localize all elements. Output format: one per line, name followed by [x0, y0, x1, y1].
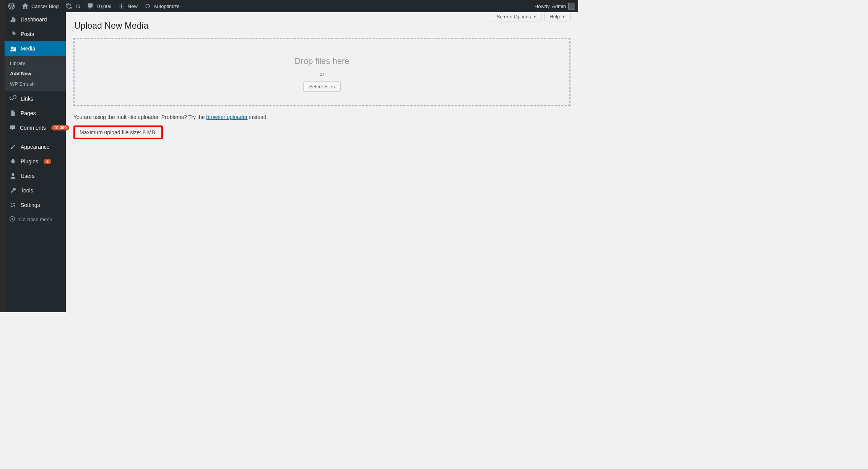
- menu-plugins-label: Plugins: [21, 158, 38, 164]
- home-icon: [21, 2, 29, 10]
- menu-tools[interactable]: Tools: [5, 183, 66, 198]
- menu-media-label: Media: [21, 46, 35, 52]
- max-upload-text: Maximum upload file size: 8 MB.: [80, 129, 157, 135]
- select-files-button[interactable]: Select Files: [303, 81, 340, 92]
- media-icon: [9, 45, 17, 52]
- updates-link[interactable]: 10: [62, 0, 83, 12]
- brush-icon: [9, 143, 17, 151]
- menu-comments-label: Comments: [20, 125, 46, 131]
- link-icon: [9, 95, 17, 103]
- page-icon: [9, 109, 17, 117]
- wrench-icon: [9, 187, 17, 194]
- menu-settings[interactable]: Settings: [5, 198, 66, 212]
- uploader-notice-b: instead.: [248, 114, 268, 120]
- menu-comments[interactable]: Comments 10,009: [5, 121, 66, 135]
- collapse-menu[interactable]: Collapse menu: [5, 212, 66, 226]
- dashboard-icon: [9, 16, 17, 23]
- menu-appearance[interactable]: Appearance: [5, 140, 66, 154]
- menu-appearance-label: Appearance: [21, 144, 50, 150]
- admin-bar: Cancer Blog 10 10,009 New Autoptimize Ho…: [5, 0, 578, 12]
- menu-links-label: Links: [21, 96, 33, 102]
- content-area: Upload New Media Drop files here or Sele…: [66, 12, 578, 312]
- plus-icon: [118, 2, 125, 10]
- new-content-link[interactable]: New: [115, 0, 141, 12]
- max-upload-highlight: Maximum upload file size: 8 MB.: [73, 125, 163, 139]
- submenu-wp-smush[interactable]: WP Smush: [5, 79, 66, 89]
- menu-dashboard[interactable]: Dashboard: [5, 12, 66, 27]
- menu-dashboard-label: Dashboard: [21, 16, 47, 23]
- new-label: New: [128, 3, 138, 9]
- uploader-notice: You are using the multi-file uploader. P…: [73, 114, 571, 120]
- circle-icon: [144, 2, 151, 10]
- svg-point-0: [146, 4, 150, 8]
- dropzone-instruction: Drop files here: [75, 56, 569, 66]
- menu-settings-label: Settings: [21, 202, 40, 208]
- menu-links[interactable]: Links: [5, 91, 66, 106]
- menu-posts[interactable]: Posts: [5, 27, 66, 41]
- menu-pages-label: Pages: [21, 110, 36, 116]
- dropzone-or: or: [75, 71, 569, 77]
- autoptimize-label: Autoptimize: [154, 3, 180, 9]
- comment-icon: [9, 124, 16, 132]
- menu-media[interactable]: Media: [5, 41, 66, 56]
- avatar: [568, 3, 575, 10]
- uploader-notice-a: You are using the multi-file uploader. P…: [73, 114, 206, 120]
- update-icon: [65, 2, 73, 10]
- pin-icon: [9, 30, 17, 38]
- browser-uploader-link[interactable]: browser uploader: [206, 114, 247, 120]
- sliders-icon: [9, 201, 17, 209]
- site-name-text: Cancer Blog: [31, 3, 59, 9]
- menu-tools-label: Tools: [21, 187, 33, 194]
- howdy-text: Howdy, Admin: [535, 3, 566, 9]
- submenu-add-new[interactable]: Add New: [5, 68, 66, 79]
- wordpress-icon: [8, 2, 15, 10]
- submenu-library[interactable]: Library: [5, 58, 66, 68]
- comments-link[interactable]: 10,009: [83, 0, 115, 12]
- menu-pages[interactable]: Pages: [5, 106, 66, 121]
- upload-dropzone[interactable]: Drop files here or Select Files: [73, 38, 571, 106]
- collapse-icon: [9, 216, 15, 223]
- page-title: Upload New Media: [74, 21, 571, 31]
- menu-posts-label: Posts: [21, 31, 34, 37]
- menu-plugins[interactable]: Plugins 6: [5, 154, 66, 169]
- plugins-badge: 6: [44, 159, 51, 164]
- wp-logo-button[interactable]: [5, 0, 18, 12]
- comments-count: 10,009: [96, 3, 112, 9]
- collapse-label: Collapse menu: [19, 217, 52, 222]
- comment-icon: [86, 2, 94, 10]
- my-account-link[interactable]: Howdy, Admin: [532, 0, 578, 12]
- menu-users-label: Users: [21, 173, 35, 179]
- user-icon: [9, 172, 17, 180]
- menu-users[interactable]: Users: [5, 169, 66, 183]
- media-submenu: Library Add New WP Smush: [5, 56, 66, 91]
- admin-sidebar: Dashboard Posts Media Library Add New WP…: [5, 12, 66, 312]
- site-name-link[interactable]: Cancer Blog: [18, 0, 62, 12]
- plug-icon: [9, 158, 17, 165]
- autoptimize-link[interactable]: Autoptimize: [141, 0, 183, 12]
- window-edge-stripe: [0, 0, 5, 312]
- updates-count: 10: [75, 3, 80, 9]
